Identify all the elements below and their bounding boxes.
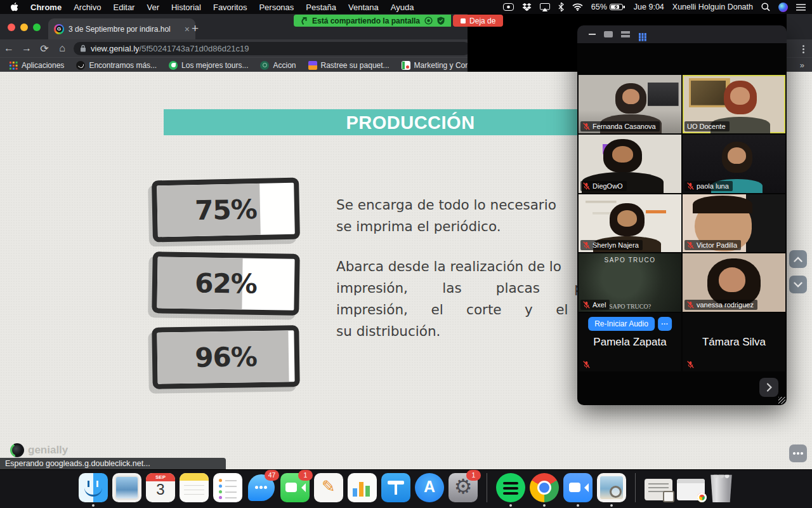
dock-appstore-icon[interactable] xyxy=(415,473,444,502)
menu-historial[interactable]: Historial xyxy=(171,3,201,12)
menu-editar[interactable]: Editar xyxy=(113,3,134,12)
bookmark-apps[interactable]: Aplicaciones xyxy=(9,61,64,70)
menu-bar-clock[interactable]: Jue 9:04 xyxy=(634,3,664,11)
dock-facetime-icon[interactable]: 1 xyxy=(280,473,310,502)
menu-ver[interactable]: Ver xyxy=(147,3,159,12)
reiniciar-audio-button[interactable]: Re-Iniciar Audio xyxy=(588,317,655,331)
bookmark-rastree[interactable]: Rastree su paquet... xyxy=(308,61,390,70)
window-close-button[interactable] xyxy=(8,23,15,31)
text-line: su distribución. xyxy=(336,321,605,342)
dock-finder-icon[interactable] xyxy=(79,473,108,502)
dock-window-doc-icon[interactable] xyxy=(645,479,672,500)
dock-mail-icon[interactable] xyxy=(112,473,141,502)
stop-share-button[interactable]: Deja de xyxy=(453,15,503,27)
participant-tile-vanessa-rodriguez[interactable]: vanessa rodriguez xyxy=(683,253,785,312)
dock-settings-icon[interactable]: 1 xyxy=(449,473,478,502)
window-minimize-button[interactable] xyxy=(20,23,28,31)
bookmark-label: Rastree su paquet... xyxy=(321,61,390,70)
bookmark-tours[interactable]: Los mejores tours... xyxy=(169,61,248,70)
menu-personas[interactable]: Personas xyxy=(259,3,294,12)
dropbox-icon[interactable] xyxy=(522,3,532,11)
bookmark-accion[interactable]: Accion xyxy=(260,61,296,70)
screen-recording-icon[interactable] xyxy=(503,3,514,11)
participant-tile-uo-docente[interactable]: UO Docente xyxy=(683,75,785,133)
window-resize-handle[interactable] xyxy=(778,397,785,404)
audio-more-button[interactable]: ··· xyxy=(658,317,672,331)
menu-favoritos[interactable]: Favoritos xyxy=(213,3,247,12)
security-shield-icon[interactable] xyxy=(437,17,445,25)
tab-close-icon[interactable]: × xyxy=(185,25,190,34)
bookmarks-overflow-icon[interactable]: » xyxy=(800,60,804,70)
muted-mic-icon xyxy=(583,361,590,368)
zoom-window-titlebar[interactable] xyxy=(577,25,787,43)
participant-tile-sherlyn-najera[interactable]: Sherlyn Najera xyxy=(579,194,681,253)
dock-keynote-icon[interactable] xyxy=(381,473,410,502)
gallery-grid-icon[interactable] xyxy=(639,33,641,35)
speaker-view-icon[interactable] xyxy=(604,31,613,37)
minimize-icon[interactable] xyxy=(589,34,596,35)
dock-window-chrome-icon[interactable] xyxy=(677,479,705,500)
browser-tab[interactable]: 3 de Septiembre por indira.hol × xyxy=(48,18,195,39)
dock-calendar-icon[interactable]: SEP3 xyxy=(146,473,175,502)
participant-tile-pamela-zapata[interactable]: Pamela ZapataRe-Iniciar Audio··· xyxy=(579,313,681,371)
tab-title: 3 de Septiembre por indira.hol xyxy=(69,25,180,34)
slide-next-button[interactable] xyxy=(789,276,807,293)
participant-tile-victor-padilla[interactable]: Victor Padilla xyxy=(683,194,785,253)
recording-indicator-icon[interactable] xyxy=(424,17,433,25)
slide-more-button[interactable] xyxy=(789,444,807,462)
text-line: se imprima el periódico. xyxy=(336,216,605,237)
new-tab-button[interactable]: + xyxy=(192,22,199,36)
zoom-gallery-window[interactable]: Fernanda Casanova UO Docente DiegOwO pao… xyxy=(577,25,787,405)
dock-chrome-icon[interactable] xyxy=(530,473,559,502)
progress-bar-75%: 75% xyxy=(152,178,300,243)
dock-pages-icon[interactable] xyxy=(314,473,343,502)
dock-zoom-icon[interactable] xyxy=(563,473,593,502)
browser-menu-icon[interactable] xyxy=(802,45,804,47)
dock-reminders-icon[interactable] xyxy=(213,473,242,502)
forward-button[interactable]: → xyxy=(18,43,36,54)
siri-icon[interactable] xyxy=(778,3,788,12)
spotlight-icon[interactable] xyxy=(761,3,770,11)
participant-name-tag: UO Docente xyxy=(684,121,730,131)
slide-prev-button[interactable] xyxy=(789,250,807,268)
participant-tile-fernanda-casanova[interactable]: Fernanda Casanova xyxy=(579,75,681,133)
active-app-name[interactable]: Chrome xyxy=(30,3,62,12)
participant-tile-diegowo[interactable]: DiegOwO xyxy=(579,135,681,193)
dock-notes-icon[interactable] xyxy=(180,473,209,502)
dock-preview-icon[interactable] xyxy=(597,473,626,502)
menu-pestaña[interactable]: Pestaña xyxy=(306,3,336,12)
user-name[interactable]: Xunelli Holguin Donath xyxy=(672,3,753,11)
running-indicator xyxy=(509,504,512,507)
address-bar[interactable]: view.genial.ly/5f50241743a71d0d86d21c19 xyxy=(74,42,471,55)
gallery-strip-icon[interactable] xyxy=(621,31,630,37)
next-participants-button[interactable] xyxy=(759,378,778,397)
dock-numbers-icon[interactable] xyxy=(348,473,377,502)
dock-spotify-icon[interactable] xyxy=(496,473,525,502)
menu-archivo[interactable]: Archivo xyxy=(74,3,101,12)
participant-tile-paola-luna[interactable]: paola luna xyxy=(683,135,785,193)
home-button[interactable]: ⌂ xyxy=(53,43,71,54)
battery-indicator[interactable]: 65% xyxy=(591,3,625,11)
reload-button[interactable]: ⟳ xyxy=(36,43,53,55)
menu-ventana[interactable]: Ventana xyxy=(348,3,379,12)
muted-mic-icon xyxy=(687,301,694,309)
window-zoom-button[interactable] xyxy=(33,23,41,31)
notification-list-icon[interactable] xyxy=(796,4,806,11)
back-button[interactable]: ← xyxy=(0,43,18,54)
participant-tile-axel[interactable]: SAPO TRUCOSAPO TRUCO?Axel xyxy=(579,253,681,312)
dock-trash-icon[interactable] xyxy=(709,473,733,502)
text-line: impresión, el corte y el er xyxy=(336,299,605,321)
screen-share-banner: Está compartiendo la pantalla Deja de xyxy=(294,15,503,27)
dock-messages-icon[interactable]: 47 xyxy=(247,473,276,502)
wifi-icon[interactable] xyxy=(572,3,583,11)
bluetooth-icon[interactable] xyxy=(558,3,564,11)
bookmark-globe[interactable]: Encontramos más... xyxy=(76,61,157,70)
genially-logo[interactable]: genially xyxy=(10,443,68,457)
menu-ayuda[interactable]: Ayuda xyxy=(391,3,414,12)
apple-menu-icon[interactable] xyxy=(10,3,18,12)
participant-tile-támara-silva[interactable]: Támara Silva xyxy=(683,313,785,371)
airplay-icon[interactable] xyxy=(540,3,550,11)
notification-badge: 47 xyxy=(265,470,279,481)
macos-menu-bar: Chrome ArchivoEditarVerHistorialFavorito… xyxy=(0,0,812,14)
participant-name: Támara Silva xyxy=(683,313,785,371)
